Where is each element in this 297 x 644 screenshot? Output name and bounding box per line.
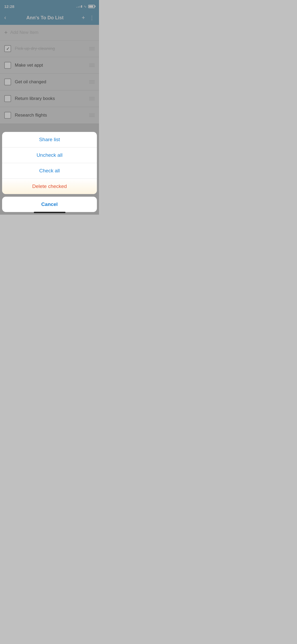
- cancel-button[interactable]: Cancel: [2, 197, 97, 212]
- action-sheet: Share list Uncheck all Check all Delete …: [0, 132, 99, 215]
- share-list-button[interactable]: Share list: [2, 132, 97, 148]
- uncheck-all-button[interactable]: Uncheck all: [2, 148, 97, 163]
- action-sheet-main: Share list Uncheck all Check all Delete …: [2, 132, 97, 194]
- check-all-button[interactable]: Check all: [2, 163, 97, 179]
- cancel-sheet: Cancel: [2, 197, 97, 212]
- delete-checked-button[interactable]: Delete checked: [2, 179, 97, 194]
- home-indicator: [34, 212, 65, 213]
